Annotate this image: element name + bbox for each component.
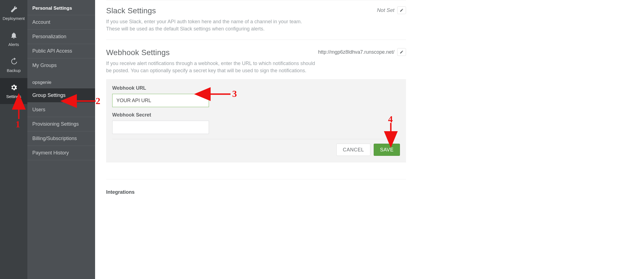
sidebar-item-users[interactable]: Users [27, 102, 95, 117]
nav-backup-label: Backup [7, 68, 20, 73]
bell-icon [10, 32, 18, 40]
sidebar-item-account[interactable]: Account [27, 15, 95, 29]
sidebar-item-label: Payment History [32, 150, 69, 156]
webhook-form-panel: Webhook URL Webhook Secret CANCEL SAVE [106, 79, 406, 162]
sidebar-item-label: Account [32, 19, 50, 25]
primary-nav-rail: Deployment Alerts Backup Settings [0, 0, 27, 279]
slack-edit-button[interactable] [397, 6, 406, 14]
nav-backup[interactable]: Backup [0, 52, 27, 78]
section-slack: Slack Settings Not Set If you use Slack,… [106, 6, 406, 40]
save-button[interactable]: SAVE [374, 144, 400, 156]
sidebar-item-label: My Groups [32, 63, 57, 68]
sidebar-header-personal: Personal Settings [27, 0, 95, 15]
sidebar-item-personalization[interactable]: Personalization [27, 29, 95, 44]
webhook-edit-button[interactable] [397, 48, 406, 56]
nav-deployment[interactable]: Deployment [0, 0, 27, 26]
section-webhook: Webhook Settings http://mgp6z8ldhva7.run… [106, 48, 406, 162]
slack-status: Not Set [377, 7, 394, 13]
settings-sidebar: Personal Settings Account Personalizatio… [27, 0, 95, 279]
webhook-url-input[interactable] [112, 94, 209, 107]
gear-icon [10, 84, 18, 92]
sidebar-item-label: Personalization [32, 34, 66, 39]
nav-settings-label: Settings [6, 94, 21, 99]
sidebar-item-public-api[interactable]: Public API Access [27, 44, 95, 58]
webhook-url-label: Webhook URL [112, 85, 400, 91]
webhook-title: Webhook Settings [106, 48, 170, 57]
pencil-icon [400, 50, 404, 54]
nav-alerts[interactable]: Alerts [0, 26, 27, 52]
webhook-secret-label: Webhook Secret [112, 112, 400, 118]
sidebar-item-group-settings[interactable]: Group Settings [27, 88, 95, 102]
sidebar-item-payment-history[interactable]: Payment History [27, 146, 95, 160]
sidebar-item-label: Billing/Subscriptions [32, 136, 77, 141]
nav-alerts-label: Alerts [8, 42, 19, 47]
integrations-heading: Integrations [106, 189, 406, 195]
sidebar-item-my-groups[interactable]: My Groups [27, 58, 95, 73]
sidebar-item-label: Public API Access [32, 48, 72, 54]
sidebar-item-billing[interactable]: Billing/Subscriptions [27, 131, 95, 146]
cancel-button[interactable]: CANCEL [336, 144, 370, 156]
webhook-desc: If you receive alert notifications throu… [106, 60, 316, 74]
history-icon [10, 58, 18, 66]
wrench-icon [10, 6, 18, 14]
sidebar-item-label: Group Settings [32, 92, 66, 98]
sidebar-item-label: Provisioning Settings [32, 121, 79, 127]
slack-desc: If you use Slack, enter your API auth to… [106, 18, 316, 32]
main-content: Slack Settings Not Set If you use Slack,… [95, 0, 644, 279]
sidebar-item-label: Users [32, 107, 45, 112]
webhook-secret-input[interactable] [112, 121, 209, 134]
pencil-icon [400, 8, 404, 12]
sidebar-item-provisioning[interactable]: Provisioning Settings [27, 117, 95, 131]
webhook-current-value: http://mgp6z8ldhva7.runscope.net/ [318, 49, 394, 55]
sidebar-group-name: opsgenie [27, 73, 95, 88]
slack-title: Slack Settings [106, 6, 156, 15]
nav-deployment-label: Deployment [2, 16, 25, 21]
nav-settings[interactable]: Settings [0, 78, 27, 104]
